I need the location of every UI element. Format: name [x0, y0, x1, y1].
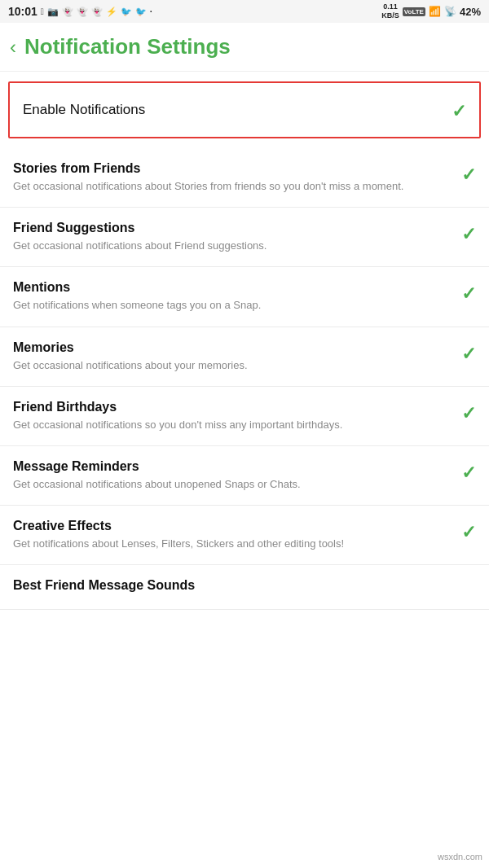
- setting-row[interactable]: Stories from FriendsGet occasional notif…: [0, 148, 489, 208]
- twitter2-icon: 🐦: [135, 7, 147, 17]
- setting-desc: Get occasional notifications about Frien…: [13, 239, 452, 253]
- setting-desc: Get occasional notifications about your …: [13, 358, 452, 373]
- settings-list: Enable Notifications ✓ Stories from Frie…: [0, 81, 489, 610]
- facebook-icon: : [41, 7, 44, 16]
- setting-title: Creative Effects: [13, 519, 452, 533]
- setting-title: Message Reminders: [13, 459, 452, 474]
- setting-row[interactable]: Friend BirthdaysGet occasional notificat…: [0, 387, 489, 446]
- setting-row[interactable]: Message RemindersGet occasional notifica…: [0, 446, 489, 506]
- setting-row[interactable]: Best Friend Message Sounds: [0, 565, 489, 610]
- enable-notifications-row[interactable]: Enable Notifications ✓: [8, 81, 481, 138]
- battery-indicator: 42%: [460, 6, 481, 18]
- setting-checkmark: ✓: [461, 522, 476, 543]
- setting-title: Stories from Friends: [13, 161, 452, 176]
- enable-notifications-checkmark: ✓: [452, 101, 466, 122]
- twitter-icon: 🐦: [121, 7, 132, 17]
- setting-checkmark: ✓: [461, 164, 476, 186]
- page-title: Notification Settings: [24, 34, 231, 59]
- signal-icon: 📡: [444, 6, 456, 17]
- status-left: 10:01  📷 👻 👻 👻 ⚡ 🐦 🐦 ·: [8, 5, 152, 18]
- setting-row[interactable]: Creative EffectsGet notifications about …: [0, 506, 489, 565]
- volte-badge: VoLTE: [403, 7, 425, 16]
- setting-row[interactable]: MentionsGet notifications when someone t…: [0, 267, 489, 327]
- status-time: 10:01: [8, 5, 37, 18]
- enable-notifications-label: Enable Notifications: [23, 102, 145, 118]
- setting-desc: Get occasional notifications so you don'…: [13, 418, 452, 432]
- setting-title: Friend Birthdays: [13, 400, 452, 414]
- setting-checkmark: ✓: [461, 283, 476, 305]
- snapchat3-icon: 👻: [91, 7, 103, 17]
- setting-desc: Get notifications about Lenses, Filters,…: [13, 537, 452, 551]
- setting-row[interactable]: MemoriesGet occasional notifications abo…: [0, 327, 489, 387]
- app-icon: ⚡: [106, 7, 117, 17]
- setting-content: Creative EffectsGet notifications about …: [13, 519, 461, 551]
- setting-title: Memories: [13, 340, 452, 355]
- setting-content: Stories from FriendsGet occasional notif…: [13, 161, 461, 194]
- wifi-icon: 📶: [429, 6, 441, 17]
- status-right: 0.11 KB/S VoLTE 📶 📡 42%: [381, 2, 481, 20]
- setting-title: Best Friend Message Sounds: [13, 578, 466, 593]
- dot-icon: ·: [150, 7, 152, 16]
- setting-title: Friend Suggestions: [13, 221, 452, 235]
- setting-checkmark: ✓: [461, 462, 476, 484]
- setting-content: MemoriesGet occasional notifications abo…: [13, 340, 461, 373]
- setting-checkmark: ✓: [461, 224, 476, 245]
- watermark: wsxdn.com: [438, 852, 482, 861]
- setting-content: MentionsGet notifications when someone t…: [13, 280, 461, 313]
- setting-desc: Get occasional notifications about unope…: [13, 477, 452, 492]
- settings-rows-container: Stories from FriendsGet occasional notif…: [0, 148, 489, 610]
- setting-content: Friend BirthdaysGet occasional notificat…: [13, 400, 461, 432]
- snapchat2-icon: 👻: [77, 7, 88, 17]
- snapchat-icon: 👻: [62, 7, 73, 17]
- status-bar: 10:01  📷 👻 👻 👻 ⚡ 🐦 🐦 · 0.11 KB/S VoLTE …: [0, 0, 489, 23]
- setting-desc: Get occasional notifications about Stori…: [13, 179, 452, 194]
- setting-checkmark: ✓: [461, 403, 476, 424]
- back-button[interactable]: ‹: [10, 37, 16, 57]
- setting-content: Message RemindersGet occasional notifica…: [13, 459, 461, 492]
- setting-checkmark: ✓: [461, 344, 476, 365]
- header: ‹ Notification Settings: [0, 23, 489, 72]
- instagram-icon: 📷: [47, 7, 59, 17]
- setting-content: Friend SuggestionsGet occasional notific…: [13, 221, 461, 253]
- setting-content: Best Friend Message Sounds: [13, 578, 476, 596]
- setting-row[interactable]: Friend SuggestionsGet occasional notific…: [0, 208, 489, 267]
- network-speed: 0.11 KB/S: [381, 2, 399, 20]
- setting-title: Mentions: [13, 280, 452, 295]
- setting-desc: Get notifications when someone tags you …: [13, 298, 452, 313]
